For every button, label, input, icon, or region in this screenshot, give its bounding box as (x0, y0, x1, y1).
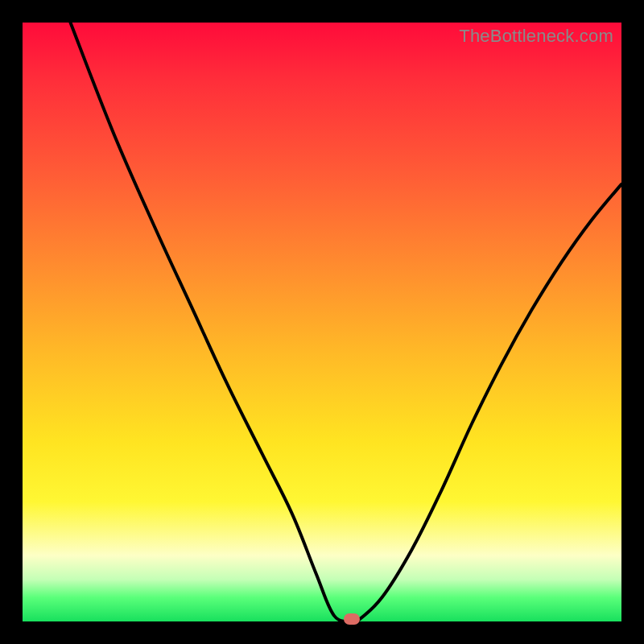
watermark-text: TheBottleneck.com (459, 26, 613, 47)
chart-frame: TheBottleneck.com (0, 0, 644, 644)
minimum-marker (344, 613, 360, 625)
bottleneck-curve (23, 23, 621, 621)
plot-area: TheBottleneck.com (23, 23, 621, 621)
curve-path (71, 23, 622, 621)
